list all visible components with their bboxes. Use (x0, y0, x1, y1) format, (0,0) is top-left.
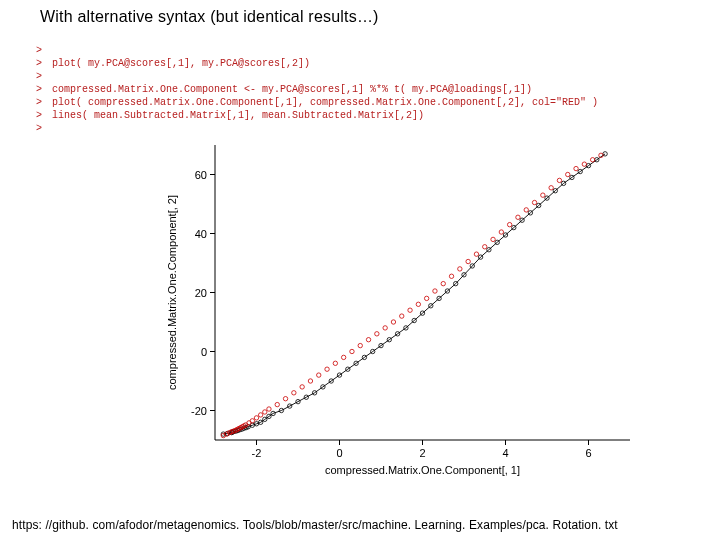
svg-point-123 (466, 259, 470, 263)
svg-point-137 (582, 162, 586, 166)
svg-text:6: 6 (585, 447, 591, 459)
svg-point-106 (325, 367, 329, 371)
svg-point-110 (358, 343, 362, 347)
svg-point-112 (375, 332, 379, 336)
svg-point-104 (308, 379, 312, 383)
svg-point-81 (603, 152, 607, 156)
svg-point-126 (491, 237, 495, 241)
svg-text:compressed.Matrix.One.Componen: compressed.Matrix.One.Component[, 1] (325, 464, 520, 476)
svg-point-105 (317, 373, 321, 377)
svg-point-131 (532, 200, 536, 204)
svg-point-107 (333, 361, 337, 365)
svg-text:0: 0 (336, 447, 342, 459)
svg-point-125 (483, 245, 487, 249)
svg-point-102 (292, 391, 296, 395)
svg-text:20: 20 (195, 287, 207, 299)
svg-point-111 (366, 338, 370, 342)
svg-point-100 (275, 402, 279, 406)
svg-point-134 (557, 178, 561, 182)
r-code-block: > > plot( my.PCA@scores[,1], my.PCA@scor… (36, 44, 684, 135)
svg-point-132 (541, 193, 545, 197)
svg-point-95 (250, 419, 254, 423)
svg-point-130 (524, 208, 528, 212)
svg-point-124 (474, 252, 478, 256)
svg-point-114 (391, 320, 395, 324)
slide-title: With alternative syntax (but identical r… (40, 8, 379, 26)
svg-point-118 (424, 296, 428, 300)
svg-text:2: 2 (419, 447, 425, 459)
svg-point-119 (433, 289, 437, 293)
svg-point-115 (400, 314, 404, 318)
svg-text:60: 60 (195, 169, 207, 181)
svg-point-129 (516, 215, 520, 219)
svg-text:-2: -2 (252, 447, 262, 459)
svg-point-113 (383, 326, 387, 330)
svg-point-109 (350, 349, 354, 353)
scatter-chart: -20246-200204060compressed.Matrix.One.Co… (160, 140, 640, 480)
svg-point-133 (549, 186, 553, 190)
svg-point-120 (441, 281, 445, 285)
svg-text:-20: -20 (191, 405, 207, 417)
svg-point-97 (258, 413, 262, 417)
svg-text:0: 0 (201, 346, 207, 358)
svg-point-116 (408, 308, 412, 312)
svg-text:4: 4 (502, 447, 508, 459)
svg-point-117 (416, 302, 420, 306)
svg-point-98 (263, 410, 267, 414)
svg-point-108 (341, 355, 345, 359)
svg-point-128 (507, 222, 511, 226)
svg-point-103 (300, 385, 304, 389)
svg-point-135 (566, 172, 570, 176)
svg-text:compressed.Matrix.One.Componen: compressed.Matrix.One.Component[, 2] (166, 195, 178, 390)
svg-point-121 (449, 274, 453, 278)
footer-url: https: //github. com/afodor/metagenomics… (12, 518, 618, 532)
svg-text:40: 40 (195, 228, 207, 240)
svg-point-127 (499, 230, 503, 234)
svg-point-101 (283, 397, 287, 401)
svg-point-136 (574, 166, 578, 170)
svg-point-99 (267, 407, 271, 411)
svg-point-138 (590, 158, 594, 162)
svg-point-122 (458, 267, 462, 271)
svg-point-96 (254, 416, 258, 420)
